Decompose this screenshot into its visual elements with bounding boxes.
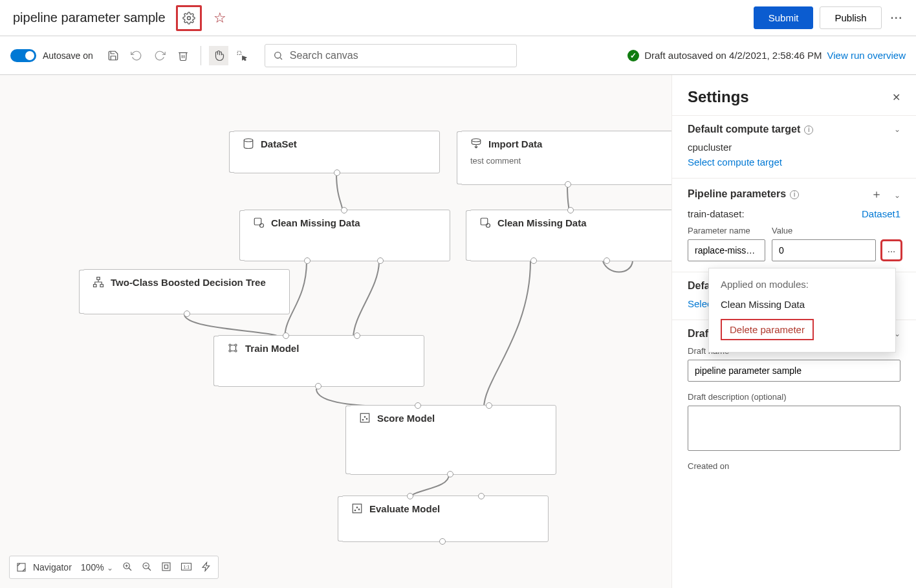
svg-point-9 (486, 224, 490, 228)
train-dataset-label: train-dataset: (688, 208, 745, 219)
search-icon (273, 50, 283, 61)
delete-parameter-button[interactable]: Delete parameter (721, 319, 814, 340)
search-placeholder: Search canvas (290, 50, 358, 61)
svg-rect-12 (100, 285, 104, 287)
svg-rect-17 (360, 413, 369, 422)
node-import-data-comment: test comment (461, 156, 673, 172)
svg-line-3 (280, 58, 282, 60)
node-clean-missing-1[interactable]: Clean Missing Data (243, 210, 450, 261)
search-canvas-input[interactable]: Search canvas (265, 44, 517, 67)
add-parameter-icon[interactable]: ＋ (871, 188, 882, 201)
node-train-model[interactable]: Train Model (217, 335, 424, 387)
popup-applied-label: Applied on modules: (721, 279, 884, 290)
train-icon (227, 342, 239, 354)
autosave-toggle[interactable] (10, 49, 36, 62)
svg-rect-1 (237, 51, 241, 54)
gear-icon[interactable] (179, 8, 199, 28)
tree-icon (93, 276, 104, 288)
svg-text:1:1: 1:1 (183, 565, 190, 569)
svg-point-14 (235, 344, 237, 346)
created-on-label: Created on (688, 461, 900, 471)
actual-size-icon[interactable]: 1:1 (180, 562, 192, 573)
param-name-input[interactable] (688, 239, 765, 261)
svg-point-4 (244, 139, 253, 142)
settings-title: Settings (688, 88, 749, 106)
draft-desc-label: Draft description (optional) (688, 392, 900, 402)
svg-point-0 (187, 16, 190, 19)
score-icon (359, 412, 371, 424)
zoom-in-icon[interactable] (122, 561, 133, 574)
page-title: pipeline parameter sample (13, 10, 166, 25)
chevron-down-icon[interactable]: ⌄ (894, 191, 900, 200)
draft-name-input[interactable] (688, 360, 900, 382)
svg-point-2 (275, 52, 281, 58)
zoom-out-icon[interactable] (142, 561, 152, 574)
node-boosted-decision-tree[interactable]: Two-Class Boosted Decision Tree (83, 269, 290, 314)
header-more-icon[interactable]: ··· (891, 12, 903, 24)
close-icon[interactable]: ✕ (892, 91, 900, 103)
node-clean-missing-2[interactable]: Clean Missing Data (470, 210, 677, 261)
svg-rect-33 (162, 563, 170, 571)
publish-button[interactable]: Publish (820, 6, 881, 29)
info-icon[interactable]: i (804, 125, 813, 135)
auto-layout-icon[interactable] (201, 561, 212, 574)
settings-gear-highlight (176, 5, 202, 31)
canvas-bottom-bar: Navigator 100% ⌄ 1:1 (9, 556, 219, 579)
import-icon (470, 138, 482, 149)
node-import-data[interactable]: Import Data test comment (461, 131, 674, 185)
view-run-overview-link[interactable]: View run overview (827, 50, 906, 61)
autosave-label: Autosave on (43, 50, 93, 61)
svg-rect-10 (97, 278, 100, 280)
param-value-label: Value (772, 226, 900, 235)
pan-hand-icon[interactable] (209, 46, 228, 65)
node-dataset[interactable]: DataSet (233, 131, 440, 173)
redo-icon[interactable] (150, 46, 169, 65)
node-score-model[interactable]: Score Model (349, 405, 556, 475)
svg-line-31 (148, 568, 151, 571)
zoom-level[interactable]: 100% ⌄ (81, 562, 113, 572)
select-compute-link[interactable]: Select compute target (688, 157, 900, 168)
svg-point-23 (356, 507, 358, 508)
parameter-context-popup: Applied on modules: Clean Missing Data D… (708, 268, 896, 353)
cursor-select-icon[interactable] (232, 46, 252, 65)
svg-point-7 (260, 224, 264, 228)
svg-rect-11 (94, 285, 97, 287)
svg-point-19 (364, 417, 365, 418)
section-compute-target: Default compute targeti ⌄ cpucluster Sel… (672, 115, 916, 178)
popup-module-name: Clean Missing Data (721, 299, 884, 310)
evaluate-icon (351, 503, 363, 514)
save-icon[interactable] (104, 46, 123, 65)
navigator-icon (16, 562, 27, 572)
navigator-button[interactable]: Navigator (16, 562, 72, 572)
module-icon (253, 217, 265, 228)
node-evaluate-model[interactable]: Evaluate Model (342, 495, 549, 542)
svg-rect-21 (353, 504, 362, 513)
svg-point-18 (362, 419, 364, 420)
submit-button[interactable]: Submit (754, 6, 814, 29)
delete-icon[interactable] (173, 46, 193, 65)
svg-rect-34 (164, 565, 168, 568)
favorite-star-icon[interactable]: ☆ (213, 10, 226, 27)
svg-point-24 (358, 509, 360, 510)
status-text: Draft autosaved on 4/2/2021, 2:58:46 PM (644, 50, 822, 61)
chevron-down-icon[interactable]: ⌄ (894, 125, 900, 134)
svg-point-13 (229, 344, 231, 346)
section-pipeline-params: Pipeline parametersi ＋ ⌄ train-dataset: … (672, 178, 916, 272)
param-name-label: Parameter name (688, 226, 765, 235)
svg-point-16 (235, 350, 237, 352)
svg-point-5 (472, 139, 481, 142)
draft-desc-input[interactable] (688, 406, 900, 451)
success-check-icon (627, 50, 639, 61)
autosave-status: Draft autosaved on 4/2/2021, 2:58:46 PM … (627, 50, 906, 61)
svg-point-15 (229, 350, 231, 352)
train-dataset-value[interactable]: Dataset1 (862, 208, 900, 219)
param-value-input[interactable] (772, 239, 876, 261)
svg-line-27 (129, 568, 131, 571)
param-more-icon[interactable]: ··· (882, 241, 900, 259)
undo-icon[interactable] (127, 46, 146, 65)
info-icon[interactable]: i (790, 190, 799, 199)
svg-point-20 (366, 419, 367, 420)
toolbar: Autosave on Search canvas Draft autosave… (0, 36, 916, 75)
fit-screen-icon[interactable] (161, 561, 171, 574)
compute-target-value: cpucluster (688, 142, 900, 153)
